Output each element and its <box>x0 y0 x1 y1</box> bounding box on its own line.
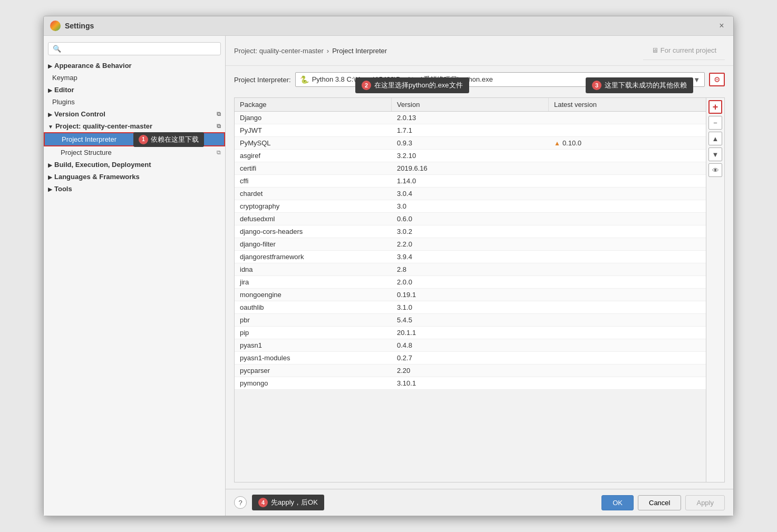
td-latest <box>549 289 706 301</box>
sidebar-item-plugins[interactable]: Plugins <box>44 96 225 108</box>
upgrade-package-button[interactable]: ▲ <box>708 132 722 145</box>
table-row[interactable]: pbr 5.4.5 <box>235 314 706 327</box>
content-area: Project Interpreter: 🐍 Python 3.8 C:\Use… <box>226 66 733 489</box>
table-row[interactable]: chardet 3.0.4 <box>235 188 706 200</box>
close-button[interactable]: × <box>716 21 727 31</box>
table-row[interactable]: cryptography 3.0 <box>235 200 706 213</box>
td-version: 0.4.8 <box>392 339 549 351</box>
td-package: django-filter <box>235 238 392 250</box>
td-package: idna <box>235 263 392 275</box>
add-package-button[interactable]: + <box>708 100 722 114</box>
td-version: 3.1.0 <box>392 301 549 313</box>
sidebar-item-structure[interactable]: Project Structure ⧉ <box>44 146 225 159</box>
td-latest <box>549 112 706 124</box>
td-package: cryptography <box>235 200 392 212</box>
show-packages-button[interactable]: 👁 <box>708 163 722 177</box>
tooltip-3: 3 这里下载未成功的其他依赖 <box>586 77 693 93</box>
td-package: pymongo <box>235 377 392 389</box>
breadcrumb-project: Project: quality-center-master <box>234 47 324 55</box>
sidebar-item-version-control[interactable]: ▶Version Control ⧉ <box>44 108 225 120</box>
copy-icon-structure: ⧉ <box>217 149 221 156</box>
table-row[interactable]: PyJWT 1.7.1 <box>235 124 706 137</box>
search-box[interactable]: 🔍 <box>48 42 221 55</box>
td-latest <box>549 238 706 250</box>
sidebar-item-languages[interactable]: ▶Languages & Frameworks <box>44 171 225 183</box>
monitor-icon: 🖥 <box>652 46 658 54</box>
help-button[interactable]: ? <box>234 496 247 509</box>
table-row[interactable]: Django 2.0.13 <box>235 112 706 124</box>
td-version: 2.8 <box>392 263 549 275</box>
td-version: 5.4.5 <box>392 314 549 326</box>
gear-button[interactable]: ⚙ <box>709 73 725 86</box>
td-package: django-cors-headers <box>235 225 392 238</box>
ok-button[interactable]: OK <box>601 495 634 510</box>
td-latest <box>549 251 706 263</box>
bottom-bar: ? 4 先apply，后OK OK Cancel Apply <box>226 489 733 516</box>
sidebar-item-keymap[interactable]: Keymap <box>44 72 225 84</box>
table-row[interactable]: django-filter 2.2.0 <box>235 238 706 251</box>
td-latest <box>549 314 706 326</box>
interpreter-label: Project Interpreter: <box>234 76 291 84</box>
table-row[interactable]: pycparser 2.20 <box>235 364 706 377</box>
downgrade-package-button[interactable]: ▼ <box>708 147 722 161</box>
td-latest <box>549 150 706 162</box>
td-latest <box>549 263 706 275</box>
table-row[interactable]: djangorestframework 3.9.4 <box>235 251 706 263</box>
td-version: 3.0.4 <box>392 188 549 200</box>
sidebar-item-tools[interactable]: ▶Tools <box>44 183 225 195</box>
table-row[interactable]: jira 2.0.0 <box>235 276 706 289</box>
apply-button[interactable]: Apply <box>685 495 725 510</box>
cancel-button[interactable]: Cancel <box>638 495 681 510</box>
td-version: 0.6.0 <box>392 213 549 225</box>
td-package: pycparser <box>235 364 392 377</box>
td-package: chardet <box>235 188 392 200</box>
table-row[interactable]: cffi 1.14.0 <box>235 175 706 188</box>
td-package: asgiref <box>235 150 392 162</box>
td-version: 2.20 <box>392 364 549 377</box>
td-latest <box>549 327 706 339</box>
title-bar: Settings × <box>44 16 733 36</box>
td-version: 0.9.3 <box>392 137 549 149</box>
packages-table-container: Package Version Latest version Django 2.… <box>234 97 725 482</box>
col-header-latest: Latest version <box>549 98 706 111</box>
td-version: 1.14.0 <box>392 175 549 187</box>
table-row[interactable]: pyasn1 0.4.8 <box>235 339 706 352</box>
td-latest <box>549 364 706 377</box>
sidebar-item-build[interactable]: ▶Build, Execution, Deployment <box>44 159 225 171</box>
table-row[interactable]: pyasn1-modules 0.2.7 <box>235 352 706 364</box>
table-row[interactable]: pip 20.1.1 <box>235 327 706 339</box>
tooltip-1: 1 依赖在这里下载 <box>133 132 204 147</box>
td-latest: ▲ 0.10.0 <box>549 137 706 149</box>
td-version: 3.0.2 <box>392 225 549 238</box>
td-latest <box>549 276 706 288</box>
remove-package-button[interactable]: − <box>708 116 722 130</box>
td-version: 3.0 <box>392 200 549 212</box>
table-header: Package Version Latest version <box>235 98 706 112</box>
search-input[interactable] <box>63 45 216 53</box>
sidebar-item-project[interactable]: ▼Project: quality-center-master ⧉ <box>44 120 225 132</box>
dialog-buttons: OK Cancel Apply <box>601 495 725 510</box>
table-row[interactable]: PyMySQL 0.9.3 ▲ 0.10.0 <box>235 137 706 150</box>
td-package: certifi <box>235 162 392 174</box>
table-row[interactable]: pymongo 3.10.1 <box>235 377 706 390</box>
td-version: 2.2.0 <box>392 238 549 250</box>
side-buttons: + − ▲ ▼ 👁 <box>706 98 724 482</box>
table-row[interactable]: oauthlib 3.1.0 <box>235 301 706 314</box>
breadcrumb: Project: quality-center-master › Project… <box>226 36 733 66</box>
td-package: pyasn1-modules <box>235 352 392 364</box>
sidebar-item-appearance[interactable]: ▶Appearance & Behavior <box>44 60 225 72</box>
search-icon: 🔍 <box>53 45 61 53</box>
sidebar-item-editor[interactable]: ▶Editor <box>44 84 225 96</box>
table-row[interactable]: asgiref 3.2.10 <box>235 150 706 162</box>
td-latest <box>549 301 706 313</box>
td-package: djangorestframework <box>235 251 392 263</box>
table-row[interactable]: certifi 2019.6.16 <box>235 162 706 175</box>
td-latest <box>549 162 706 174</box>
table-row[interactable]: django-cors-headers 3.0.2 <box>235 225 706 238</box>
table-row[interactable]: idna 2.8 <box>235 263 706 276</box>
td-latest <box>549 377 706 389</box>
table-row[interactable]: defusedxml 0.6.0 <box>235 213 706 225</box>
td-package: pip <box>235 327 392 339</box>
sidebar: 🔍 ▶Appearance & Behavior Keymap ▶Editor … <box>44 36 226 516</box>
table-row[interactable]: mongoengine 0.19.1 <box>235 289 706 301</box>
